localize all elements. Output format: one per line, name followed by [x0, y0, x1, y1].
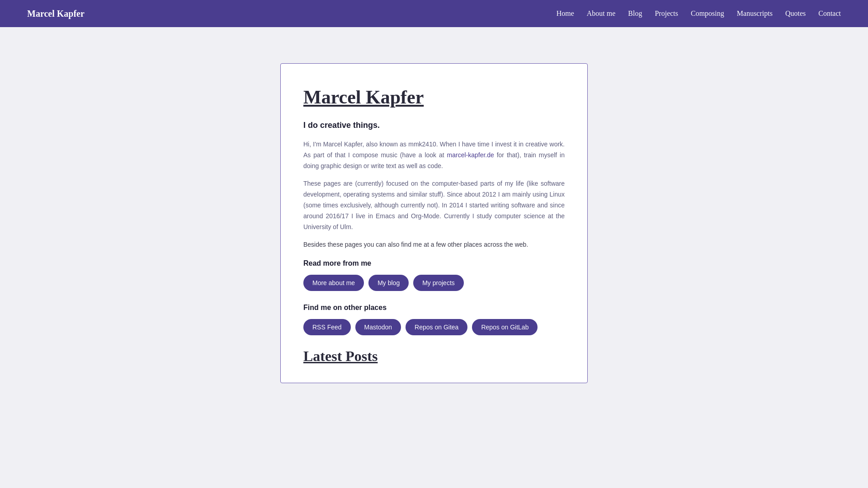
latest-posts-heading: Latest Posts: [303, 348, 565, 365]
my-projects-button[interactable]: My projects: [413, 275, 464, 291]
find-me-paragraph: Besides these pages you can also find me…: [303, 239, 565, 250]
read-more-buttons: More about me My blog My projects: [303, 275, 565, 291]
find-me-section: Find me on other places RSS Feed Mastodo…: [303, 304, 565, 335]
find-me-buttons: RSS Feed Mastodon Repos on Gitea Repos o…: [303, 319, 565, 335]
nav-blog[interactable]: Blog: [628, 9, 642, 18]
main-nav: Home About me Blog Projects Composing Ma…: [557, 9, 841, 18]
nav-quotes[interactable]: Quotes: [785, 9, 806, 18]
nav-home[interactable]: Home: [557, 9, 574, 18]
nav-composing[interactable]: Composing: [691, 9, 724, 18]
repos-gitlab-button[interactable]: Repos on GitLab: [472, 319, 538, 335]
nav-about-me[interactable]: About me: [587, 9, 616, 18]
site-header: Marcel Kapfer Home About me Blog Project…: [0, 0, 868, 27]
more-about-me-button[interactable]: More about me: [303, 275, 364, 291]
find-me-heading: Find me on other places: [303, 304, 565, 312]
read-more-heading: Read more from me: [303, 259, 565, 267]
focus-paragraph: These pages are (currently) focused on t…: [303, 178, 565, 232]
intro-paragraph: Hi, I'm Marcel Kapfer, also known as mmk…: [303, 139, 565, 171]
mastodon-button[interactable]: Mastodon: [355, 319, 401, 335]
page-heading: Marcel Kapfer: [303, 86, 565, 108]
site-title: Marcel Kapfer: [27, 9, 85, 19]
nav-projects[interactable]: Projects: [655, 9, 678, 18]
content-card: Marcel Kapfer I do creative things. Hi, …: [280, 63, 588, 383]
main-container: Marcel Kapfer I do creative things. Hi, …: [0, 27, 868, 419]
nav-contact[interactable]: Contact: [818, 9, 841, 18]
nav-manuscripts[interactable]: Manuscripts: [737, 9, 773, 18]
marcel-kapfer-link[interactable]: marcel-kapfer.de: [447, 151, 494, 159]
read-more-section: Read more from me More about me My blog …: [303, 259, 565, 291]
repos-gitea-button[interactable]: Repos on Gitea: [406, 319, 467, 335]
my-blog-button[interactable]: My blog: [368, 275, 409, 291]
rss-feed-button[interactable]: RSS Feed: [303, 319, 351, 335]
tagline: I do creative things.: [303, 121, 565, 130]
